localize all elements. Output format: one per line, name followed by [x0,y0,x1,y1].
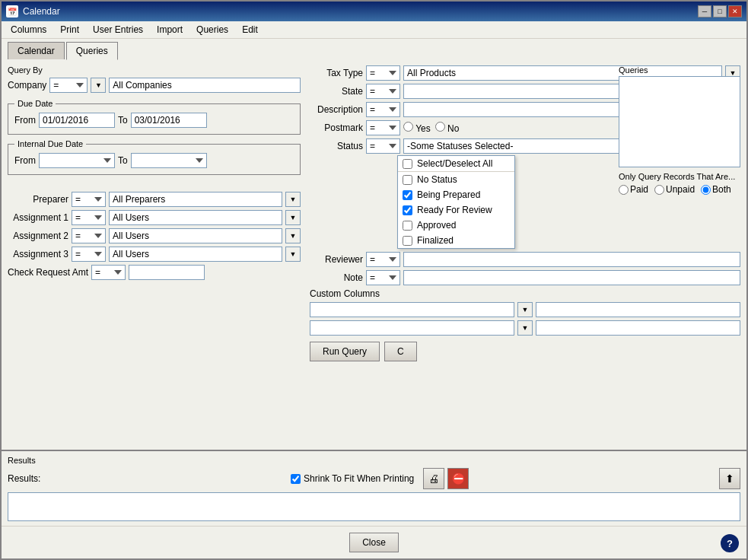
clear-button[interactable]: C [384,342,417,361]
assignment3-operator[interactable]: = [72,247,106,262]
internal-to-select[interactable] [131,153,207,168]
note-value[interactable] [403,270,740,285]
custom-col-input2[interactable] [310,320,514,336]
shrink-fit-label: Shrink To Fit When Printing [304,473,414,484]
status-ready-for-review[interactable]: Ready For Review [398,202,514,218]
internal-due-date-legend: Internal Due Date [14,139,86,148]
note-label: Note [310,272,363,283]
note-operator[interactable]: = [366,270,400,285]
status-approved[interactable]: Approved [398,218,514,233]
no-status-checkbox[interactable] [403,175,412,185]
assignment1-row: Assignment 1 = ▼ [8,210,301,225]
results-section: Results Results: Shrink To Fit When Prin… [2,450,746,526]
status-being-prepared[interactable]: Being Prepared [398,187,514,202]
company-value[interactable] [109,78,301,93]
assignment1-label: Assignment 1 [8,212,68,223]
upload-icon-btn[interactable]: ⬆ [719,468,740,489]
being-prepared-checkbox[interactable] [403,190,412,200]
stop-icon-btn[interactable]: ⛔ [447,468,469,489]
check-request-operator[interactable]: = [91,265,126,280]
assignment1-operator[interactable]: = [72,210,106,225]
menu-import[interactable]: Import [151,23,189,37]
due-date-to-input[interactable] [131,113,207,128]
menu-print[interactable]: Print [54,23,85,37]
postmark-operator[interactable]: = [366,120,400,135]
tax-type-operator[interactable]: = [366,65,400,81]
window-icon: 📅 [6,5,18,18]
postmark-yes-label[interactable]: Yes [403,122,431,134]
assignment1-value[interactable] [109,210,282,225]
status-finalized[interactable]: Finalized [398,233,514,248]
reviewer-operator[interactable]: = [366,252,400,267]
company-operator[interactable]: = [49,78,88,93]
results-display [8,492,740,521]
approved-checkbox[interactable] [403,221,412,231]
preparer-dropdown-btn[interactable]: ▼ [285,192,301,207]
preparer-row: Preparer = ▼ [8,192,301,207]
tab-calendar[interactable]: Calendar [8,42,65,59]
internal-due-date-row: From To [14,153,294,168]
due-date-from-input[interactable] [39,113,115,128]
left-panel: Query By Company = ▼ Due Date From [8,65,301,361]
being-prepared-label: Being Prepared [417,189,480,200]
menu-bar: Columns Print User Entries Import Querie… [2,21,746,39]
assignment3-dropdown-btn[interactable]: ▼ [285,247,301,262]
check-request-value[interactable] [129,265,205,280]
close-button[interactable]: Close [349,533,399,552]
state-operator[interactable]: = [366,84,400,99]
check-request-label: Check Request Amt [8,267,88,278]
menu-queries[interactable]: Queries [190,23,234,37]
print-icon-btn[interactable]: 🖨 [423,468,444,489]
company-dropdown-btn[interactable]: ▼ [91,78,106,93]
title-buttons: ─ □ ✕ [698,5,742,18]
right-panel: Tax Type = ▼ State = Description = [310,65,740,361]
select-deselect-checkbox[interactable] [403,159,412,169]
tabs: Calendar Queries [2,39,746,59]
tab-queries[interactable]: Queries [66,42,118,60]
custom-col-dropdown2[interactable]: ▼ [517,320,533,336]
internal-due-date-fieldset: Internal Due Date From To [8,139,301,175]
menu-edit[interactable]: Edit [236,23,264,37]
custom-col-input1[interactable] [310,302,514,317]
description-operator[interactable]: = [366,102,400,117]
assignment2-value[interactable] [109,228,282,243]
results-controls: Shrink To Fit When Printing 🖨 ⛔ [46,468,713,489]
status-operator[interactable]: = [366,138,400,154]
assignment2-dropdown-btn[interactable]: ▼ [285,228,301,243]
custom-col-value1[interactable] [536,302,740,317]
preparer-value[interactable] [109,192,282,207]
minimize-button[interactable]: ─ [698,5,711,18]
status-dropdown-container: Select/Deselect All No Status Being Prep… [397,155,740,249]
preparer-operator[interactable]: = [72,192,106,207]
assignment3-value[interactable] [109,247,282,262]
maximize-button[interactable]: □ [713,5,727,18]
assignment1-dropdown-btn[interactable]: ▼ [285,210,301,225]
internal-from-select[interactable] [39,153,115,168]
ready-for-review-checkbox[interactable] [403,205,412,215]
menu-user-entries[interactable]: User Entries [87,23,149,37]
status-label: Status [310,141,363,151]
tax-type-label: Tax Type [310,68,363,78]
finalized-checkbox[interactable] [403,236,412,246]
shrink-fit-checkbox[interactable] [291,474,301,484]
note-row: Note = [310,270,740,285]
close-window-button[interactable]: ✕ [728,5,742,18]
queries-box[interactable] [619,76,740,167]
due-date-legend: Due Date [14,99,56,108]
postmark-no-label[interactable]: No [435,122,460,134]
postmark-yes-radio[interactable] [403,122,413,132]
menu-columns[interactable]: Columns [5,23,53,37]
status-no-status[interactable]: No Status [398,172,514,187]
tab-content: Query By Company = ▼ Due Date From [2,59,746,450]
results-label: Results: [8,473,40,484]
reviewer-value[interactable] [403,252,740,267]
custom-col-dropdown1[interactable]: ▼ [517,302,533,317]
custom-col-value2[interactable] [536,320,740,336]
assignment2-label: Assignment 2 [8,231,68,241]
select-deselect-all[interactable]: Select/Deselect All [398,156,514,172]
help-button[interactable]: ? [721,534,739,552]
run-query-button[interactable]: Run Query [310,342,380,361]
assignment2-operator[interactable]: = [72,228,106,243]
finalized-label: Finalized [417,235,454,246]
postmark-no-radio[interactable] [435,122,445,132]
